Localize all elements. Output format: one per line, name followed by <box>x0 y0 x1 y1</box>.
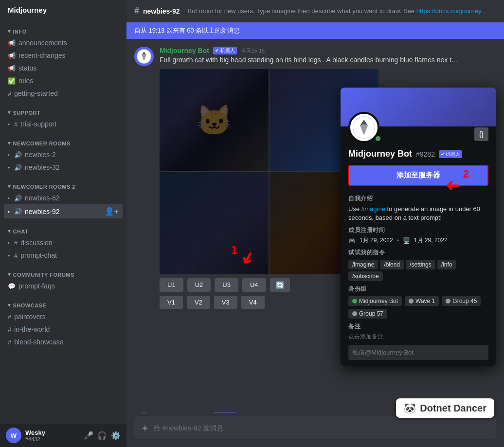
section-showcase: ▾ SHOWCASE # paintovers # in-the-world #… <box>0 294 126 350</box>
section-info: ▾ INFO 📢 announcements 📢 recent-changes … <box>0 20 126 102</box>
section-community-forums: ▾ COMMUNITY FORUMS 💬 prompt-faqs <box>0 264 126 294</box>
sidebar-item-blend-showcase[interactable]: # blend-showcase <box>4 336 123 348</box>
role-midjourney-bot: Midjourney Bot <box>348 296 402 306</box>
cmd-imagine[interactable]: /imagine <box>348 260 378 269</box>
user-tag: #4432 <box>25 436 80 442</box>
notification-bar[interactable]: 自从 19:13 以来有 60 条以上的新消息 <box>126 22 504 39</box>
roles-title: 身份组 <box>348 285 488 293</box>
button-u3[interactable]: U3 <box>215 278 238 292</box>
sidebar-item-newbies-32[interactable]: ▸ 🔊 newbies-32 <box>4 161 123 174</box>
refresh-button[interactable]: 🔄 <box>270 278 290 292</box>
avatar-status-dot <box>375 135 381 142</box>
button-u1[interactable]: U1 <box>160 278 183 292</box>
section-newcomer-rooms-2: ▾ NEWCOMER ROOMS 2 ▸ 🔊 newbies-62 ▸ 🔊 ne… <box>0 176 126 220</box>
channel-description: Bot room for new users. Type /imagine th… <box>188 7 486 15</box>
message-header-1: Midjourney Bot ✔ 机器人 今天15:15 <box>160 47 496 54</box>
button-u2[interactable]: U2 <box>187 278 211 292</box>
sidebar-item-paintovers[interactable]: # paintovers <box>4 310 123 323</box>
cmd-settings[interactable]: /settings <box>406 260 435 269</box>
headset-icon[interactable]: 🎧 <box>97 431 107 440</box>
profile-avatar-wrapper <box>348 112 379 143</box>
note-title: 备注 <box>348 322 488 331</box>
sidebar-item-prompt-chat[interactable]: ▸ # prompt-chat <box>4 249 123 262</box>
arrow-icon-2: ▸ <box>8 152 10 157</box>
channel-hash-icon: # <box>134 6 139 16</box>
settings-icon[interactable]: ⚙️ <box>111 431 121 440</box>
sidebar-item-getting-started[interactable]: # getting-started <box>4 87 123 100</box>
sidebar-item-newbies-2[interactable]: ▸ 🔊 newbies-2 <box>4 148 123 161</box>
note-placeholder[interactable]: 点击添加备注 <box>348 333 488 341</box>
button-v3[interactable]: V3 <box>214 296 237 309</box>
role-dot-3 <box>446 299 450 304</box>
speaker-icon-3: 📢 <box>8 65 16 72</box>
hash-icon: # <box>8 90 11 97</box>
cmd-blend[interactable]: /blend <box>380 260 404 269</box>
arrow-icon-5: ▸ <box>8 209 10 214</box>
dm-input[interactable] <box>348 345 488 360</box>
server-icon: 🖥️ <box>403 237 410 244</box>
sidebar-item-newbies-62[interactable]: ▸ 🔊 newbies-62 <box>4 192 123 204</box>
profile-bot-badge: ✔ 机器人 <box>439 150 462 158</box>
section-newcomer-rooms: ▾ NEWCOMER ROOMS ▸ 🔊 newbies-2 ▸ 🔊 newbi… <box>0 132 126 176</box>
sidebar-item-rules[interactable]: ✅ rules <box>4 74 123 87</box>
sidebar: Midjourney ▾ INFO 📢 announcements 📢 rece… <box>0 0 126 447</box>
microphone-icon[interactable]: 🎤 <box>84 431 93 440</box>
button-v1[interactable]: V1 <box>160 296 183 309</box>
button-u4[interactable]: U4 <box>242 278 266 292</box>
message-author-1: Midjourney Bot <box>160 47 209 54</box>
role-group57: Group 57 <box>348 309 387 319</box>
profile-dates: 🎮 1月 29, 2022 • 🖥️ 1月 29, 2022 <box>348 236 488 245</box>
add-member-icon[interactable]: 👤+ <box>105 207 119 216</box>
hash-icon-7: # <box>8 339 11 346</box>
sidebar-item-prompt-faqs[interactable]: 💬 prompt-faqs <box>4 280 123 292</box>
sidebar-item-recent-changes[interactable]: 📢 recent-changes <box>4 49 123 62</box>
sidebar-item-trial-support[interactable]: ▸ # trial-support <box>4 118 123 130</box>
sidebar-item-status[interactable]: 📢 status <box>4 62 123 74</box>
sidebar-item-discussion[interactable]: ▸ # discussion <box>4 236 123 249</box>
channel-link[interactable]: https://docs.midjourney... <box>416 7 486 15</box>
section-label-newcomer-rooms: ▾ NEWCOMER ROOMS <box>4 140 123 146</box>
profile-content: Midjourney Bot #9282 ✔ 机器人 添加至服务器 自我介绍 U… <box>341 143 496 366</box>
voice-icon-2: 🔊 <box>14 164 22 171</box>
profile-popup: {} Midjourney Bot #9282 ✔ 机器人 添加至服务器 自我介… <box>341 88 496 366</box>
voice-icon-4: 🔊 <box>14 208 22 215</box>
cmd-subscribe[interactable]: /subscribe <box>348 271 383 281</box>
profile-bio: Use /imagine to generate an image in und… <box>348 205 488 222</box>
sidebar-item-in-the-world[interactable]: # in-the-world <box>4 323 123 336</box>
sidebar-item-announcements[interactable]: 📢 announcements <box>4 36 123 49</box>
message-time-1: 今天15:15 <box>241 47 265 54</box>
dotnet-icon: 🐼 <box>404 402 416 414</box>
section-label-support: ▾ SUPPORT <box>4 109 123 116</box>
arrow-icon-7: ▸ <box>8 253 10 258</box>
section-support: ▾ SUPPORT ▸ # trial-support <box>0 102 126 132</box>
button-v2[interactable]: V2 <box>187 296 210 309</box>
forum-icon: 💬 <box>8 283 16 290</box>
message-input-box: ＋ <box>134 416 496 439</box>
server-name[interactable]: Midjourney <box>0 0 126 20</box>
channel-header: # newbies-92 Bot room for new users. Typ… <box>126 0 504 22</box>
image-3 <box>160 172 269 274</box>
check-icon: ✅ <box>8 77 16 85</box>
profile-username: Midjourney Bot <box>348 149 412 159</box>
dates-title: 成员注册时间 <box>348 226 488 234</box>
speaker-icon: 📢 <box>8 39 16 47</box>
voice-icon: 🔊 <box>14 151 22 159</box>
add-server-button[interactable]: 添加至服务器 <box>348 165 488 186</box>
profile-action-button[interactable]: {} <box>474 127 488 141</box>
attach-icon[interactable]: ＋ <box>140 421 150 434</box>
message-input-field[interactable] <box>154 424 490 432</box>
bot-avatar-1 <box>134 47 154 66</box>
role-dot-1 <box>352 299 357 304</box>
channel-name: newbies-92 <box>143 7 180 15</box>
section-label-chat: ▾ CHAT <box>4 228 123 234</box>
section-label-showcase: ▾ SHOWCASE <box>4 302 123 308</box>
bio-title: 自我介绍 <box>348 195 488 203</box>
roles-row: Midjourney Bot Wave 1 Group 45 Group 57 <box>348 296 488 319</box>
sidebar-item-newbies-92[interactable]: ▸ 🔊 newbies-92 👤+ <box>4 204 123 218</box>
cmd-info[interactable]: /info <box>437 260 456 269</box>
arrow-icon-6: ▸ <box>8 240 10 245</box>
user-bar: W Wesky #4432 🎤 🎧 ⚙️ <box>0 424 126 447</box>
imagine-link[interactable]: /imagine <box>361 205 385 213</box>
button-v4[interactable]: V4 <box>241 296 265 309</box>
hash-icon-5: # <box>8 313 11 321</box>
